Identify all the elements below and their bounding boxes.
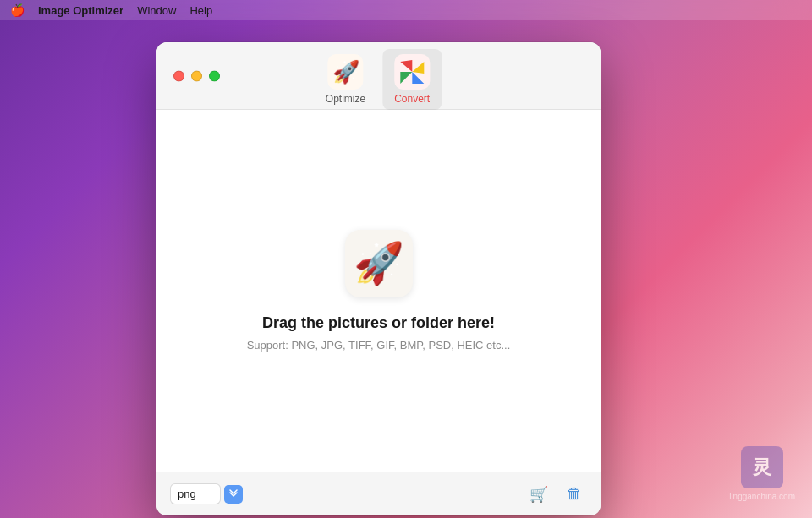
menu-window[interactable]: Window bbox=[137, 4, 176, 17]
toolbar: 🚀 Optimize bbox=[315, 49, 442, 110]
drop-zone-title: Drag the pictures or folder here! bbox=[262, 314, 495, 332]
drop-zone-subtitle: Support: PNG, JPG, TIFF, GIF, BMP, PSD, … bbox=[247, 339, 511, 352]
optimize-button[interactable]: 🚀 Optimize bbox=[315, 49, 376, 110]
menu-help[interactable]: Help bbox=[189, 4, 212, 17]
traffic-lights bbox=[173, 70, 220, 81]
content-area: 🚀 Drag the pictures or folder here! Supp… bbox=[156, 110, 601, 472]
bottom-bar: png jpg gif bmp tiff webp heic 🛒 🗑 bbox=[156, 472, 601, 515]
app-window: 🚀 Optimize bbox=[156, 42, 601, 515]
convert-icon bbox=[394, 54, 430, 90]
format-selector: png jpg gif bmp tiff webp heic bbox=[170, 483, 243, 504]
watermark-logo: 灵 bbox=[741, 446, 783, 488]
maximize-button[interactable] bbox=[209, 70, 220, 81]
menu-app-name[interactable]: Image Optimizer bbox=[38, 4, 123, 17]
chevron-down-icon[interactable] bbox=[224, 485, 243, 504]
optimize-label: Optimize bbox=[326, 93, 365, 105]
convert-label: Convert bbox=[394, 93, 430, 105]
watermark-text: lingganchina.com bbox=[729, 492, 795, 501]
bottom-actions: 🛒 🗑 bbox=[526, 482, 587, 507]
menu-bar: 🍎 Image Optimizer Window Help bbox=[0, 0, 812, 20]
drop-zone-icon: 🚀 bbox=[345, 230, 413, 297]
apple-menu-icon[interactable]: 🍎 bbox=[10, 3, 25, 17]
title-bar: 🚀 Optimize bbox=[156, 42, 601, 110]
trash-button[interactable]: 🗑 bbox=[562, 482, 587, 507]
convert-button[interactable]: Convert bbox=[382, 49, 442, 110]
watermark: 灵 lingganchina.com bbox=[729, 446, 795, 501]
optimize-icon: 🚀 bbox=[328, 54, 364, 90]
close-button[interactable] bbox=[173, 70, 184, 81]
format-select[interactable]: png jpg gif bmp tiff webp heic bbox=[170, 483, 221, 504]
minimize-button[interactable] bbox=[191, 70, 202, 81]
cart-button[interactable]: 🛒 bbox=[526, 482, 551, 507]
